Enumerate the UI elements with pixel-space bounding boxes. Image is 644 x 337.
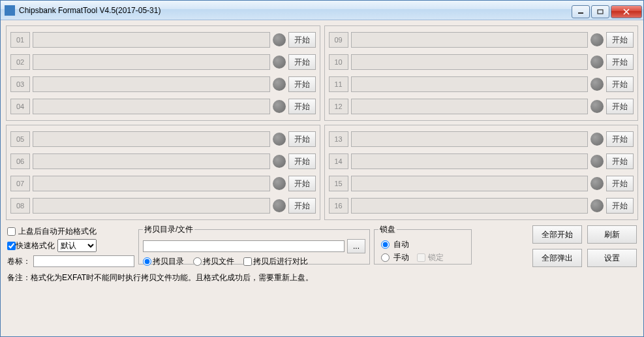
slot-number: 06 — [10, 153, 30, 169]
slot-start-button[interactable]: 开始 — [606, 76, 634, 92]
slot-row-08: 08开始 — [10, 196, 316, 216]
slot-status-field — [33, 76, 270, 92]
copy-path-input[interactable] — [143, 240, 345, 252]
slot-start-button[interactable]: 开始 — [288, 76, 316, 92]
slot-start-button[interactable]: 开始 — [288, 32, 316, 48]
action-buttons: 全部开始 刷新 全部弹出 设置 — [532, 225, 637, 267]
slot-start-button[interactable]: 开始 — [288, 198, 316, 214]
copy-compare-checkbox[interactable] — [243, 257, 252, 266]
slot-status-field — [351, 99, 589, 114]
slot-status-field — [33, 54, 270, 70]
slot-status-field — [351, 153, 589, 169]
slot-row-06: 06开始 — [10, 152, 316, 171]
svg-rect-0 — [578, 12, 583, 14]
slot-number: 09 — [329, 32, 348, 48]
lock-manual-radio[interactable] — [381, 253, 390, 262]
quick-format-checkbox[interactable] — [7, 242, 16, 250]
lock-lock-label: 锁定 — [428, 252, 444, 263]
slot-status-field — [33, 99, 270, 114]
slot-number: 14 — [329, 153, 348, 169]
slot-status-field — [33, 32, 270, 48]
slot-start-button[interactable]: 开始 — [606, 54, 634, 70]
slot-status-field — [33, 176, 270, 191]
slot-start-button[interactable]: 开始 — [606, 198, 634, 214]
quick-format-select[interactable]: 默认 — [57, 239, 97, 252]
copy-legend: 拷贝目录/文件 — [143, 224, 194, 235]
lock-auto-radio[interactable] — [381, 240, 390, 249]
slot-number: 13 — [329, 131, 348, 147]
window-title: Chipsbank FormatTool V4.5(2017-05-31) — [19, 6, 161, 15]
options-group: 上盘后自动开始格式化 快速格式化 默认 卷标： — [7, 224, 134, 268]
slot-number: 07 — [10, 176, 30, 191]
slot-start-button[interactable]: 开始 — [606, 153, 634, 169]
volume-label-label: 卷标： — [7, 256, 31, 267]
close-button[interactable] — [611, 5, 642, 18]
maximize-button[interactable] — [591, 5, 609, 18]
status-dot-icon — [590, 100, 604, 113]
slot-start-button[interactable]: 开始 — [288, 99, 316, 114]
slot-row-09: 09开始 — [329, 30, 634, 50]
slot-status-field — [33, 153, 270, 169]
slot-status-field — [351, 198, 589, 214]
slot-start-button[interactable]: 开始 — [288, 153, 316, 169]
refresh-button[interactable]: 刷新 — [587, 225, 637, 244]
slot-number: 16 — [329, 198, 348, 214]
slot-number: 03 — [10, 76, 30, 92]
slot-number: 11 — [329, 76, 348, 92]
slot-row-05: 05开始 — [10, 129, 316, 149]
slot-row-07: 07开始 — [10, 174, 316, 193]
minimize-button[interactable] — [572, 5, 590, 18]
slot-status-field — [351, 176, 589, 191]
slot-number: 05 — [10, 131, 30, 147]
svg-rect-1 — [598, 10, 603, 14]
lock-auto-label: 自动 — [393, 239, 409, 250]
status-dot-icon — [590, 33, 604, 46]
copy-dir-radio[interactable] — [143, 257, 151, 266]
status-dot-icon — [273, 155, 286, 168]
status-dot-icon — [590, 78, 604, 91]
slot-start-button[interactable]: 开始 — [288, 176, 316, 191]
titlebar: Chipsbank FormatTool V4.5(2017-05-31) — [1, 1, 643, 20]
slot-row-14: 14开始 — [329, 152, 634, 171]
slot-number: 12 — [329, 99, 348, 114]
status-dot-icon — [273, 133, 286, 146]
slot-row-03: 03开始 — [10, 74, 316, 94]
copy-compare-label: 拷贝后进行对比 — [253, 256, 308, 267]
slot-start-button[interactable]: 开始 — [288, 131, 316, 147]
copy-dir-label: 拷贝目录 — [153, 256, 184, 267]
slot-number: 02 — [10, 54, 30, 70]
settings-button[interactable]: 设置 — [587, 249, 637, 267]
copy-file-radio[interactable] — [193, 257, 202, 266]
slot-start-button[interactable]: 开始 — [606, 176, 634, 191]
slot-start-button[interactable]: 开始 — [606, 131, 634, 147]
status-dot-icon — [590, 177, 604, 190]
start-all-button[interactable]: 全部开始 — [532, 225, 582, 244]
slot-start-button[interactable]: 开始 — [606, 32, 634, 48]
slot-row-10: 10开始 — [329, 52, 634, 72]
slot-number: 08 — [10, 198, 30, 214]
lock-group: 锁盘 自动 手动 锁定 — [374, 224, 472, 265]
slot-status-field — [351, 54, 589, 70]
status-dot-icon — [273, 78, 286, 91]
eject-all-button[interactable]: 全部弹出 — [532, 249, 582, 267]
browse-button[interactable]: ... — [347, 239, 365, 253]
slot-row-15: 15开始 — [329, 174, 634, 193]
slot-number: 10 — [329, 54, 348, 70]
auto-format-checkbox[interactable] — [7, 227, 16, 236]
slot-panel-2: 09开始10开始11开始12开始 — [324, 25, 639, 121]
slot-start-button[interactable]: 开始 — [288, 54, 316, 70]
copy-group: 拷贝目录/文件 ... 拷贝目录 拷贝文件 拷贝后进行对比 — [138, 224, 370, 265]
volume-label-input[interactable] — [33, 255, 134, 267]
status-dot-icon — [273, 33, 286, 46]
quick-format-label: 快速格式化 — [16, 240, 55, 251]
lock-lock-checkbox — [417, 253, 425, 262]
slot-row-11: 11开始 — [329, 74, 634, 94]
slot-status-field — [351, 76, 589, 92]
status-dot-icon — [590, 155, 604, 168]
slot-status-field — [33, 131, 270, 147]
slot-row-02: 02开始 — [10, 52, 316, 72]
slot-status-field — [351, 32, 589, 48]
lock-manual-label: 手动 — [393, 252, 409, 263]
slot-start-button[interactable]: 开始 — [606, 99, 634, 114]
slot-status-field — [33, 198, 270, 214]
